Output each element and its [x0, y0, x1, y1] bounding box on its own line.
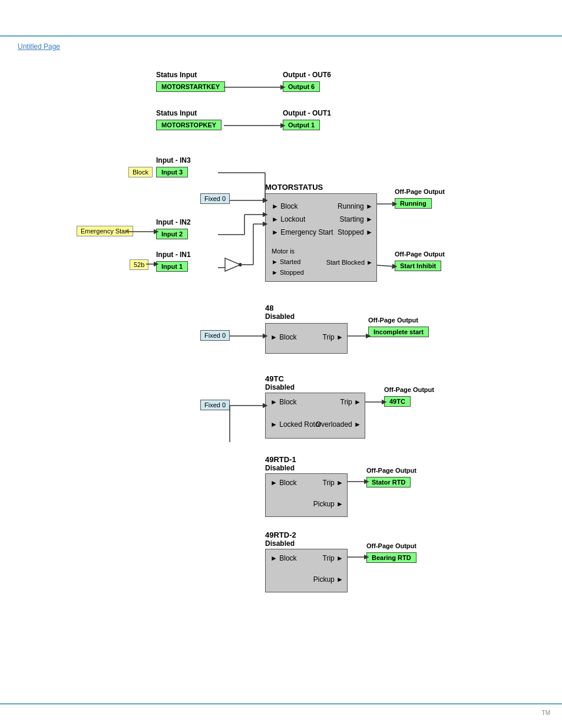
- ms-input-emergency: ► Emergency Start: [272, 226, 333, 239]
- off-page-incomplete-label: Off-Page Output: [368, 316, 418, 324]
- 49tc-input-block: ► Block: [270, 398, 297, 406]
- off-page-stator-label: Off-Page Output: [366, 466, 416, 475]
- 49rtd1-output-trip: Trip ►: [323, 479, 343, 487]
- 49rtd1-output-pickup: Pickup ►: [313, 500, 343, 508]
- 49rtd2-output-trip: Trip ►: [323, 554, 343, 562]
- motorstopkey-box[interactable]: MOTORSTOPKEY: [156, 120, 222, 130]
- block48-status: Disabled: [265, 312, 295, 321]
- svg-marker-0: [225, 258, 240, 271]
- ms-out-stopped: Stopped ►: [338, 226, 373, 239]
- bearing-rtd-box[interactable]: Bearing RTD: [366, 552, 416, 563]
- block49rtd2-block: ► Block Trip ► Pickup ►: [265, 549, 348, 594]
- incomplete-start-box[interactable]: Incomplete start: [368, 327, 429, 337]
- input1-box[interactable]: Input 1: [156, 261, 188, 272]
- block49tc-block: ► Block Trip ► ► Locked Rotor Overloaded…: [265, 393, 365, 440]
- 49rtd1-input-block: ► Block: [270, 479, 297, 487]
- triangle-symbol: [224, 257, 242, 274]
- fixed0-box-3[interactable]: Fixed 0: [200, 400, 230, 410]
- block-label-box: Block: [128, 167, 153, 177]
- fixed0-box-1[interactable]: Fixed 0: [200, 193, 230, 204]
- status-input-1-label: Status Input: [156, 71, 197, 79]
- output1-box[interactable]: Output 1: [283, 120, 320, 130]
- start-inhibit-box[interactable]: Start Inhibit: [395, 261, 441, 271]
- 49tc-output-overloaded: Overloaded ►: [316, 420, 361, 429]
- input-in2-label: Input - IN2: [156, 218, 191, 226]
- block49tc-status: Disabled: [265, 383, 295, 391]
- stator-rtd-box[interactable]: Stator RTD: [366, 477, 411, 487]
- emergency-start-label: Emergency Start: [77, 226, 133, 236]
- block49rtd2-status: Disabled: [265, 539, 295, 548]
- top-border: [0, 35, 562, 37]
- running-output-box[interactable]: Running: [395, 198, 432, 209]
- motorstartkey-box[interactable]: MOTORSTARTKEY: [156, 81, 225, 92]
- off-page-startinhibit-label: Off-Page Output: [395, 250, 445, 258]
- svg-line-18: [377, 265, 395, 266]
- bottom-border: [0, 703, 562, 704]
- output-out1-label: Output - OUT1: [283, 109, 331, 117]
- ms-out-starting: Starting ►: [338, 213, 373, 226]
- block49rtd1-status: Disabled: [265, 464, 295, 472]
- input3-box[interactable]: Input 3: [156, 167, 188, 177]
- off-page-running-label: Off-Page Output: [395, 187, 445, 196]
- input-in3-label: Input - IN3: [156, 156, 191, 164]
- ms-input-block: ► Block: [272, 200, 333, 213]
- motorstatus-title: MOTORSTATUS: [265, 183, 323, 192]
- input-in1-label: Input - IN1: [156, 251, 191, 259]
- breadcrumb[interactable]: Untitled Page: [18, 42, 60, 51]
- ms-input-lockout: ► Lockout: [272, 213, 333, 226]
- block49rtd1-block: ► Block Trip ► Pickup ►: [265, 473, 348, 519]
- block48-block: ► Block Trip ►: [265, 323, 348, 355]
- label-52b: 52b: [130, 259, 148, 270]
- output-out6-label: Output - OUT6: [283, 71, 331, 79]
- output6-box[interactable]: Output 6: [283, 81, 320, 92]
- motorstatus-block: ► Block ► Lockout ► Emergency Start Moto…: [265, 193, 377, 284]
- block48-number: 48: [265, 304, 273, 312]
- ms-started: ► Started: [272, 256, 304, 267]
- svg-point-1: [239, 263, 242, 266]
- off-page-49tc-label: Off-Page Output: [384, 386, 434, 394]
- status-input-2-label: Status Input: [156, 109, 197, 117]
- block48-input-block: ► Block: [270, 333, 297, 341]
- tc49-output-box[interactable]: 49TC: [384, 396, 411, 407]
- off-page-bearing-label: Off-Page Output: [366, 542, 416, 550]
- 49rtd2-output-pickup: Pickup ►: [313, 575, 343, 584]
- 49tc-input-lockedrotor: ► Locked Rotor: [270, 420, 322, 429]
- tm-mark: TM: [542, 710, 550, 716]
- block49tc-number: 49TC: [265, 374, 284, 383]
- block49rtd2-number: 49RTD-2: [265, 531, 296, 539]
- ms-out-running: Running ►: [338, 200, 373, 213]
- 49rtd2-input-block: ► Block: [270, 554, 297, 562]
- ms-motor-is: Motor is: [272, 246, 304, 256]
- block49rtd1-number: 49RTD-1: [265, 455, 296, 464]
- fixed0-box-2[interactable]: Fixed 0: [200, 330, 230, 341]
- ms-start-blocked: Start Blocked ►: [326, 259, 373, 266]
- input2-box[interactable]: Input 2: [156, 229, 188, 239]
- block48-output-trip: Trip ►: [323, 333, 343, 341]
- 49tc-output-trip: Trip ►: [340, 398, 361, 406]
- ms-stopped: ► Stopped: [272, 267, 304, 278]
